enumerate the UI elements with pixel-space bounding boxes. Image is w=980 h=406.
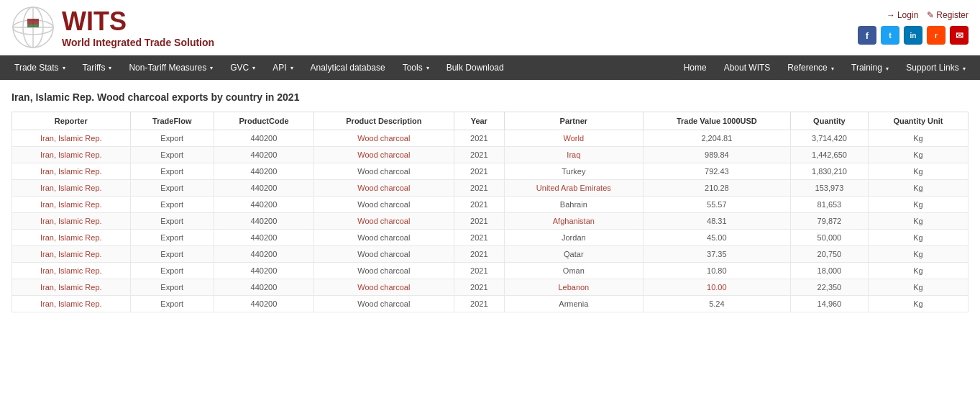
description-cell-link[interactable]: Wood charcoal bbox=[357, 150, 410, 159]
reporter-cell[interactable]: Iran, Islamic Rep. bbox=[12, 163, 131, 180]
reporter-link[interactable]: Iran, Islamic Rep. bbox=[40, 184, 102, 192]
nav-analytical[interactable]: Analytical database bbox=[302, 55, 394, 80]
reporter-cell[interactable]: Iran, Islamic Rep. bbox=[12, 246, 131, 263]
login-icon: → bbox=[887, 10, 895, 20]
reporter-cell[interactable]: Iran, Islamic Rep. bbox=[12, 296, 131, 312]
partner-cell-link[interactable]: Afghanistan bbox=[553, 217, 595, 225]
nav-tools[interactable]: Tools▾ bbox=[394, 55, 438, 80]
nav-non-tariff[interactable]: Non-Tariff Measures▾ bbox=[120, 55, 221, 80]
nav-trade-stats[interactable]: Trade Stats▾ bbox=[6, 55, 74, 80]
description-cell: Wood charcoal bbox=[313, 263, 454, 279]
description-cell-link[interactable]: Wood charcoal bbox=[357, 217, 410, 225]
partner-cell[interactable]: Afghanistan bbox=[504, 213, 643, 230]
linkedin-icon[interactable]: in bbox=[904, 26, 922, 45]
partner-cell[interactable]: Lebanon bbox=[504, 279, 643, 296]
reporter-link[interactable]: Iran, Islamic Rep. bbox=[40, 167, 102, 176]
description-cell[interactable]: Wood charcoal bbox=[313, 213, 454, 230]
logo-area: WITS World Integrated Trade Solution bbox=[12, 6, 214, 49]
reporter-link[interactable]: Iran, Islamic Rep. bbox=[40, 217, 102, 225]
reporter-link[interactable]: Iran, Islamic Rep. bbox=[40, 150, 102, 159]
reporter-link[interactable]: Iran, Islamic Rep. bbox=[40, 299, 102, 308]
reporter-link[interactable]: Iran, Islamic Rep. bbox=[40, 200, 102, 209]
header: WITS World Integrated Trade Solution → L… bbox=[0, 0, 980, 55]
reporter-cell[interactable]: Iran, Islamic Rep. bbox=[12, 147, 131, 163]
reporter-link[interactable]: Iran, Islamic Rep. bbox=[40, 250, 102, 258]
nav-bulk-download[interactable]: Bulk Download bbox=[438, 55, 513, 80]
description-cell[interactable]: Wood charcoal bbox=[313, 130, 454, 147]
tradeflow-cell: Export bbox=[130, 180, 214, 197]
reporter-cell[interactable]: Iran, Islamic Rep. bbox=[12, 230, 131, 246]
unit-cell: Kg bbox=[868, 197, 968, 213]
twitter-icon[interactable]: t bbox=[881, 26, 899, 45]
unit-cell: Kg bbox=[868, 296, 968, 312]
table-row: Iran, Islamic Rep.Export440200Wood charc… bbox=[12, 246, 968, 263]
tradeflow-cell: Export bbox=[130, 163, 214, 180]
description-cell[interactable]: Wood charcoal bbox=[313, 180, 454, 197]
tradeflow-cell: Export bbox=[130, 230, 214, 246]
partner-cell[interactable]: United Arab Emirates bbox=[504, 180, 643, 197]
page-title: Iran, Islamic Rep. Wood charcoal exports… bbox=[12, 91, 968, 103]
nav-tariffs[interactable]: Tariffs▾ bbox=[74, 55, 121, 80]
reporter-cell[interactable]: Iran, Islamic Rep. bbox=[12, 197, 131, 213]
svg-rect-5 bbox=[27, 19, 39, 24]
productcode-cell: 440200 bbox=[214, 197, 313, 213]
nav-training[interactable]: Training ▾ bbox=[843, 55, 897, 80]
nav-home[interactable]: Home bbox=[675, 55, 715, 80]
quantity-cell: 1,830,210 bbox=[790, 163, 868, 180]
reporter-cell[interactable]: Iran, Islamic Rep. bbox=[12, 263, 131, 279]
trade-value-cell: 989.84 bbox=[643, 147, 790, 163]
header-right: → Login ✎ Register f t in r ✉ bbox=[858, 10, 968, 45]
partner-cell-link[interactable]: Iraq bbox=[567, 150, 580, 159]
chevron-down-icon: ▾ bbox=[426, 65, 429, 71]
partner-cell-link[interactable]: United Arab Emirates bbox=[536, 184, 611, 192]
reporter-link[interactable]: Iran, Islamic Rep. bbox=[40, 283, 102, 292]
reporter-cell[interactable]: Iran, Islamic Rep. bbox=[12, 130, 131, 147]
reddit-icon[interactable]: r bbox=[927, 26, 945, 45]
login-link[interactable]: → Login bbox=[887, 10, 918, 20]
description-cell: Wood charcoal bbox=[313, 163, 454, 180]
trade-value-cell-link[interactable]: 10.00 bbox=[707, 283, 727, 292]
chevron-down-icon: ▾ bbox=[252, 65, 255, 71]
partner-cell: Qatar bbox=[504, 246, 643, 263]
nav-api[interactable]: API▾ bbox=[264, 55, 301, 80]
quantity-cell: 3,714,420 bbox=[790, 130, 868, 147]
tradeflow-cell: Export bbox=[130, 130, 214, 147]
partner-cell[interactable]: World bbox=[504, 130, 643, 147]
description-cell-link[interactable]: Wood charcoal bbox=[357, 134, 410, 143]
partner-cell[interactable]: Iraq bbox=[504, 147, 643, 163]
register-link[interactable]: ✎ Register bbox=[927, 10, 968, 20]
trade-value-cell[interactable]: 10.00 bbox=[643, 279, 790, 296]
logo-text-area: WITS World Integrated Trade Solution bbox=[62, 6, 214, 48]
partner-cell-link[interactable]: World bbox=[564, 134, 585, 143]
col-reporter: Reporter bbox=[12, 112, 131, 130]
quantity-cell: 18,000 bbox=[790, 263, 868, 279]
quantity-cell: 14,960 bbox=[790, 296, 868, 312]
reporter-link[interactable]: Iran, Islamic Rep. bbox=[40, 233, 102, 242]
productcode-cell: 440200 bbox=[214, 296, 313, 312]
col-year: Year bbox=[454, 112, 504, 130]
col-productcode: ProductCode bbox=[214, 112, 313, 130]
facebook-icon[interactable]: f bbox=[858, 26, 876, 45]
trade-value-cell: 10.80 bbox=[643, 263, 790, 279]
description-cell: Wood charcoal bbox=[313, 230, 454, 246]
year-cell: 2021 bbox=[454, 180, 504, 197]
nav-about-wits[interactable]: About WITS bbox=[715, 55, 779, 80]
productcode-cell: 440200 bbox=[214, 279, 313, 296]
table-row: Iran, Islamic Rep.Export440200Wood charc… bbox=[12, 197, 968, 213]
reporter-link[interactable]: Iran, Islamic Rep. bbox=[40, 266, 102, 275]
description-cell-link[interactable]: Wood charcoal bbox=[357, 184, 410, 192]
nav-gvc[interactable]: GVC▾ bbox=[221, 55, 264, 80]
nav-reference[interactable]: Reference ▾ bbox=[779, 55, 843, 80]
email-icon[interactable]: ✉ bbox=[950, 26, 968, 45]
partner-cell-link[interactable]: Lebanon bbox=[558, 283, 589, 292]
reporter-cell[interactable]: Iran, Islamic Rep. bbox=[12, 213, 131, 230]
description-cell[interactable]: Wood charcoal bbox=[313, 147, 454, 163]
trade-value-cell: 48.31 bbox=[643, 213, 790, 230]
reporter-cell[interactable]: Iran, Islamic Rep. bbox=[12, 279, 131, 296]
description-cell[interactable]: Wood charcoal bbox=[313, 279, 454, 296]
reporter-link[interactable]: Iran, Islamic Rep. bbox=[40, 134, 102, 143]
chevron-down-icon: ▾ bbox=[290, 65, 293, 71]
reporter-cell[interactable]: Iran, Islamic Rep. bbox=[12, 180, 131, 197]
description-cell-link[interactable]: Wood charcoal bbox=[357, 283, 410, 292]
nav-support[interactable]: Support Links ▾ bbox=[897, 55, 974, 80]
